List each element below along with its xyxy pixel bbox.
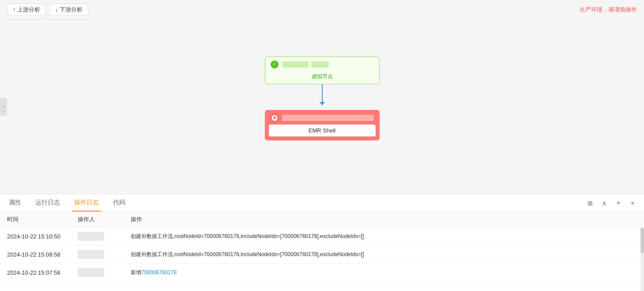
tabs-row: 属性 运行日志 操作日志 代码 ⊞ ∧ ⌖ ×	[0, 194, 644, 212]
success-icon: ✓	[271, 60, 279, 68]
link-node-id[interactable]: 700006760178	[141, 269, 177, 276]
upstream-analysis-button[interactable]: ↑ 上游分析	[7, 4, 46, 16]
row-operation-3: 新增700006760178	[131, 269, 637, 276]
close-panel-button[interactable]: ×	[628, 199, 637, 208]
arrow-line	[322, 84, 323, 102]
flow-arrow	[322, 84, 323, 106]
side-collapse-button[interactable]: ›	[0, 98, 7, 116]
downstream-icon: ↓	[55, 7, 58, 13]
col-operation: 操作	[131, 215, 637, 223]
node-tag-1	[282, 61, 309, 68]
side-collapse-icon: ›	[3, 104, 4, 109]
tabs-right: ⊞ ∧ ⌖ ×	[586, 199, 637, 208]
row-time-1: 2024-10-22 15:10:50	[7, 233, 78, 240]
row-time-2: 2024-10-22 15:08:58	[7, 251, 78, 258]
downstream-analysis-button[interactable]: ↓ 下游分析	[49, 4, 88, 16]
operator-avatar-1	[78, 232, 104, 241]
operator-avatar-2	[78, 250, 104, 259]
virtual-node-header: ✓	[265, 57, 379, 71]
table-header: 时间 操作人 操作	[0, 212, 644, 227]
node-tags	[282, 61, 329, 68]
warning-text: 生产环境，请谨慎操作	[580, 6, 637, 14]
col-time: 时间	[7, 215, 78, 223]
emr-bar	[282, 115, 374, 121]
upstream-icon: ↑	[13, 7, 15, 13]
flow-container: ✓ 虚拟节点 ✕ EMR Shell	[265, 57, 380, 140]
table-row: 2024-10-22 15:08:58 创建补数据工作流,rootNodeId=…	[0, 246, 644, 264]
table-body: 2024-10-22 15:10:50 创建补数据工作流,rootNodeId=…	[0, 227, 644, 291]
pin-button[interactable]: ⌖	[614, 199, 623, 208]
downstream-label: 下游分析	[60, 6, 83, 14]
toolbar: ↑ 上游分析 ↓ 下游分析 生产环境，请谨慎操作	[0, 0, 644, 19]
node-tag-2	[311, 61, 329, 68]
tab-code[interactable]: 代码	[111, 194, 127, 212]
error-icon: ✕	[271, 114, 279, 122]
panel-layout-button[interactable]: ⊞	[586, 199, 595, 208]
operator-avatar-3	[78, 268, 104, 277]
row-operation-1: 创建补数据工作流,rootNodeId=700006760178,include…	[131, 233, 637, 240]
scroll-indicator	[640, 227, 644, 291]
table-row: 2024-10-22 15:07:58 新增700006760178	[0, 264, 644, 282]
canvas-area: › ✓ 虚拟节点 ✕ EMR Shell	[0, 19, 644, 194]
virtual-node[interactable]: ✓ 虚拟节点	[265, 57, 380, 84]
table-row: 2024-10-22 15:10:50 创建补数据工作流,rootNodeId=…	[0, 227, 644, 246]
row-operation-2: 创建补数据工作流,rootNodeId=700006760178,include…	[131, 251, 637, 258]
emr-node-header: ✕	[265, 110, 379, 125]
tab-operation-log[interactable]: 操作日志	[72, 194, 101, 212]
tab-properties[interactable]: 属性	[7, 194, 23, 212]
upstream-label: 上游分析	[17, 6, 40, 14]
emr-node[interactable]: ✕ EMR Shell	[265, 110, 380, 140]
toolbar-left: ↑ 上游分析 ↓ 下游分析	[7, 4, 88, 16]
col-operator: 操作人	[78, 215, 131, 223]
tab-run-log[interactable]: 运行日志	[34, 194, 62, 212]
row-time-3: 2024-10-22 15:07:58	[7, 269, 78, 276]
virtual-node-label: 虚拟节点	[265, 71, 379, 84]
scroll-thumb	[640, 228, 644, 253]
tabs-left: 属性 运行日志 操作日志 代码	[7, 194, 127, 212]
bottom-panel: 属性 运行日志 操作日志 代码 ⊞ ∧ ⌖ × 时间 操作人 操作 2024-1…	[0, 194, 644, 291]
collapse-up-button[interactable]: ∧	[600, 199, 609, 208]
emr-node-label: EMR Shell	[269, 125, 376, 136]
